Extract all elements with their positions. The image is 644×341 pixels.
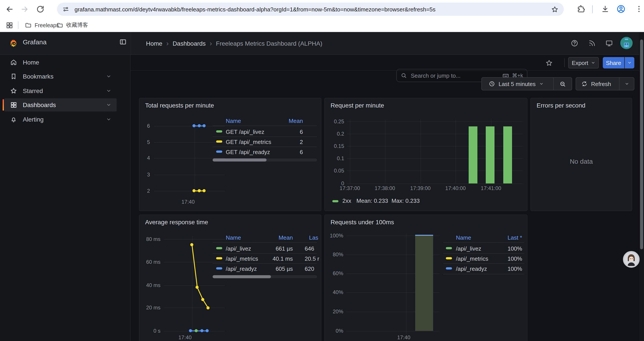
url-input[interactable] xyxy=(74,6,551,13)
legend-header-mean[interactable]: Mean xyxy=(271,118,303,124)
refresh-sync-icon xyxy=(581,81,588,87)
sidebar-item-alerting[interactable]: Alerting xyxy=(4,113,116,126)
panel-title[interactable]: Request per minute xyxy=(330,102,384,109)
gridline xyxy=(164,308,225,308)
breadcrumb-home[interactable]: Home xyxy=(146,40,162,47)
share-label: Share xyxy=(606,60,621,66)
profile-button[interactable] xyxy=(616,5,626,14)
help-button[interactable] xyxy=(571,40,578,47)
page-scrollbar-thumb[interactable] xyxy=(640,40,643,249)
time-range-picker[interactable]: Last 5 minutes xyxy=(482,78,550,90)
gridline xyxy=(347,122,522,122)
panel-title[interactable]: Errors per second xyxy=(536,102,586,109)
forward-button[interactable] xyxy=(20,5,29,14)
panel-title[interactable]: Requests under 100ms xyxy=(330,219,394,226)
legend-series-name[interactable]: GET /api/_livez xyxy=(226,129,264,135)
sidebar-item-dashboards[interactable]: Dashboards xyxy=(4,98,116,112)
legend-max: Max: 0.233 xyxy=(392,197,420,204)
gridline xyxy=(347,171,522,171)
refresh-button[interactable]: Refresh xyxy=(576,78,616,90)
y-tick: 60 ms xyxy=(142,259,160,265)
site-settings-icon[interactable] xyxy=(62,6,69,13)
grafana-sidebar: Home Bookmarks Starred Dashboards Alerti… xyxy=(0,55,131,341)
dashboards-grid-icon xyxy=(10,101,17,108)
y-tick: 80 ms xyxy=(142,236,160,242)
legend-divider xyxy=(443,274,524,274)
sidebar-item-home[interactable]: Home xyxy=(4,56,116,69)
panel-title[interactable]: Average response time xyxy=(145,219,208,226)
legend-header-last[interactable]: Last * xyxy=(496,234,522,241)
legend-series-name[interactable]: /api/_livez xyxy=(226,245,251,252)
screen: Freeleaps 收藏博客 Grafana Home › Dashboards… xyxy=(0,0,644,341)
url-bar[interactable] xyxy=(57,3,564,16)
legend-series-name[interactable]: /api/_metrics xyxy=(456,255,488,262)
legend-series-name[interactable]: /api/_readyz xyxy=(456,265,487,272)
browser-menu-button[interactable] xyxy=(635,5,643,15)
legend-scrollbar-thumb[interactable] xyxy=(212,158,266,162)
subheader-divider xyxy=(131,70,644,71)
bookmark-folder-blogs[interactable]: 收藏博客 xyxy=(54,21,91,30)
data-point xyxy=(196,286,198,289)
panel-request-per-minute: Request per minute 0.25 0.2 0.15 0.1 0.0… xyxy=(324,98,528,211)
bookmarks-bar: Freeleaps 收藏博客 xyxy=(0,19,644,32)
reload-button[interactable] xyxy=(36,5,45,14)
sidebar-item-starred[interactable]: Starred xyxy=(4,84,116,97)
gridline xyxy=(154,126,225,126)
export-button[interactable]: Export xyxy=(568,57,599,69)
legend-series-name[interactable]: GET /api/_metrics xyxy=(226,139,271,145)
kiosk-mode-button[interactable] xyxy=(606,40,613,47)
legend-swatch-yellow xyxy=(216,140,222,143)
legend-scrollbar-thumb[interactable] xyxy=(212,275,271,278)
refresh-interval-button[interactable] xyxy=(619,78,634,90)
zoom-out-button[interactable] xyxy=(553,78,572,90)
apps-button[interactable] xyxy=(6,22,13,29)
favorite-dashboard-button[interactable] xyxy=(545,59,553,67)
y-tick: 40% xyxy=(325,289,343,295)
share-button[interactable]: Share xyxy=(603,57,624,69)
legend-series-name[interactable]: GET /api/_readyz xyxy=(226,149,270,155)
data-point xyxy=(189,329,192,332)
bookmark-label: 收藏博客 xyxy=(66,22,88,29)
legend-header-name[interactable]: Name xyxy=(226,118,241,124)
legend-header-name[interactable]: Name xyxy=(226,234,241,241)
chevron-down-icon[interactable] xyxy=(106,74,111,79)
brand-title[interactable]: Grafana xyxy=(23,38,46,46)
legend-divider xyxy=(212,253,317,254)
chevron-down-icon[interactable] xyxy=(106,117,111,122)
panel-title[interactable]: Total requests per minute xyxy=(145,102,214,109)
data-point xyxy=(201,298,204,301)
legend-header-last[interactable]: Las xyxy=(309,234,318,241)
breadcrumb-dashboards[interactable]: Dashboards xyxy=(172,40,206,47)
user-avatar[interactable] xyxy=(620,37,632,49)
legend-series-name[interactable]: 2xx xyxy=(342,197,351,204)
news-button[interactable] xyxy=(588,40,596,47)
legend-value: 100% xyxy=(496,255,522,262)
chevron-down-icon[interactable] xyxy=(106,88,111,94)
sidebar-toggle-button[interactable] xyxy=(119,38,127,46)
chevron-down-icon[interactable] xyxy=(106,102,111,108)
legend-header-mean[interactable]: Mean xyxy=(261,234,293,241)
gridline xyxy=(164,239,225,240)
legend-value: 20.5 r xyxy=(305,255,319,262)
grafana-logo[interactable] xyxy=(9,39,18,50)
refresh-controls: Refresh xyxy=(576,77,634,90)
legend-series-name[interactable]: /api/_livez xyxy=(456,245,481,252)
floating-assistant-avatar[interactable] xyxy=(623,251,640,268)
legend-series-name[interactable]: /api/_metrics xyxy=(226,255,258,262)
sidebar-item-label: Bookmarks xyxy=(23,73,100,80)
sidebar-item-bookmarks[interactable]: Bookmarks xyxy=(4,70,116,83)
legend-series-name[interactable]: /api/_readyz xyxy=(226,265,257,272)
avatar-pixel-art xyxy=(620,37,632,49)
gridline xyxy=(456,119,456,183)
legend-header-name[interactable]: Name xyxy=(456,234,471,241)
x-tick: 17:39:00 xyxy=(406,185,434,191)
gridline xyxy=(406,233,406,334)
bookmark-star-icon[interactable] xyxy=(551,6,558,13)
download-icon xyxy=(601,5,609,13)
back-button[interactable] xyxy=(5,5,14,14)
share-menu-button[interactable] xyxy=(625,57,634,69)
legend-divider xyxy=(443,263,524,264)
downloads-button[interactable] xyxy=(601,5,609,13)
extensions-button[interactable] xyxy=(577,5,585,13)
y-tick: 0.1 xyxy=(325,155,344,162)
